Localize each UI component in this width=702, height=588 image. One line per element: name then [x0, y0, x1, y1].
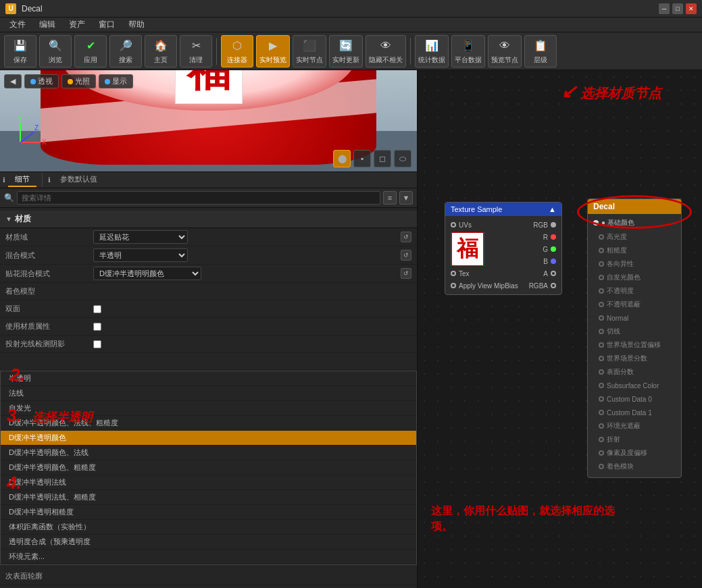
viewport[interactable]: 福 ◀ 透视 光照 — [0, 70, 417, 172]
bottom-panel: ℹ 细节 ℹ 参数默认值 🔍 ≡ ▼ — [0, 172, 417, 588]
subsurface-color-label: Subsurface Color — [607, 382, 659, 390]
cylinder-view-button[interactable]: ⬭ — [394, 150, 411, 167]
realtime-node-button[interactable]: ⬛ 实时节点 — [293, 35, 326, 68]
a-label: A — [543, 270, 548, 277]
stats-button[interactable]: 📊 统计数据 — [415, 35, 449, 68]
detail-tab[interactable]: 细节 — [8, 173, 36, 187]
perspective-button[interactable]: 透视 — [24, 74, 59, 88]
dropdown-item-dbuffer-color-normal[interactable]: D缓冲半透明颜色、法线 — [1, 446, 416, 460]
subsurface-row: 次表面轮廓 — [0, 568, 417, 585]
pixel-offset-dot — [599, 450, 604, 456]
material-domain-reset[interactable]: ↺ — [401, 232, 411, 242]
realtime-preview-button[interactable]: ▶ 实时预览 — [256, 35, 290, 68]
dropdown-item-dbuffer-rough[interactable]: D缓冲半透明相糙度 — [1, 505, 416, 520]
blend-mode-select[interactable]: 半透明 — [93, 248, 188, 262]
platform-icon: 📱 — [460, 38, 476, 54]
right-panel[interactable]: ↙ 选择材质节点 Texture Sample ▲ UVs — [418, 70, 702, 588]
normal-label: Normal — [607, 315, 628, 322]
material-domain-select[interactable]: 延迟贴花 — [93, 230, 188, 244]
use-material-attrs-checkbox[interactable] — [93, 323, 101, 331]
surface-frac-dot — [599, 369, 604, 375]
realtime-update-button[interactable]: 🔄 实时更新 — [329, 35, 363, 68]
search-input[interactable] — [17, 191, 380, 205]
apply-button[interactable]: ✔ 应用 — [74, 35, 107, 68]
subsurface-color-dot — [599, 383, 604, 388]
texture-node-body: UVs 福 Tex — [445, 216, 561, 294]
emissive-label: 自发光颜色 — [607, 273, 641, 282]
custom-data0-pin: Custom Data 0 — [593, 392, 676, 406]
save-icon: 💾 — [12, 38, 28, 54]
home-label: 主页 — [154, 55, 168, 65]
material-domain-label: 材质域 — [5, 232, 93, 242]
texture-sample-node[interactable]: Texture Sample ▲ UVs — [445, 202, 562, 295]
menu-edit[interactable]: 编辑 — [32, 18, 62, 32]
rgb-pin: RGB — [524, 219, 561, 231]
opacity-pin: 不透明度 — [593, 284, 676, 298]
texture-right-pins: RGB R G B — [524, 219, 561, 292]
plane-view-button[interactable]: ◻ — [374, 150, 391, 167]
select-material-node-annotation: ↙ 选择材质节点 — [561, 80, 661, 103]
window-controls: ─ □ ✕ — [659, 3, 697, 14]
dropdown-item-ambient[interactable]: 环境元素... — [1, 550, 416, 564]
home-button[interactable]: 🏠 主页 — [145, 35, 177, 68]
shading-module-dot — [599, 464, 604, 469]
scene-background: 福 ◀ 透视 光照 — [0, 70, 417, 171]
cast-ray-shadow-label: 投射光线检测阴影 — [5, 339, 93, 349]
show-button[interactable]: 显示 — [99, 74, 133, 88]
anisotropy-label: 各向异性 — [607, 259, 634, 269]
dropdown-item-alpha-composite[interactable]: 透明度合成（预乘透明度 — [1, 535, 416, 550]
connector-button[interactable]: ⬡ 连接器 — [221, 35, 253, 68]
save-button[interactable]: 💾 保存 — [4, 35, 36, 68]
back-button[interactable]: ◀ — [4, 74, 22, 88]
search-label: 搜索 — [119, 55, 132, 65]
level-label: 层级 — [534, 55, 547, 65]
menu-window[interactable]: 窗口 — [92, 18, 122, 32]
maximize-button[interactable]: □ — [672, 3, 683, 14]
list-view-button[interactable]: ≡ — [383, 191, 397, 205]
menu-assets[interactable]: 资产 — [62, 18, 92, 32]
platform-button[interactable]: 📱 平台数据 — [451, 35, 485, 68]
material-section-header[interactable]: ▼ 材质 — [0, 211, 417, 228]
decal-blend-mode-reset[interactable]: ↺ — [401, 268, 411, 279]
world-offset-label: 世界场景位置偏移 — [607, 340, 661, 350]
custom-data0-label: Custom Data 0 — [607, 396, 652, 403]
custom-data1-dot — [599, 410, 604, 415]
use-material-attrs-row: 使用材质属性 — [0, 318, 417, 336]
clean-button[interactable]: ✂ 清理 — [180, 35, 212, 68]
dropdown-item-volume[interactable]: 体积距离函数（实验性） — [1, 520, 416, 535]
menu-file[interactable]: 文件 — [3, 18, 32, 32]
lighting-button[interactable]: 光照 — [61, 74, 96, 88]
cube-view-button[interactable]: ▪ — [353, 150, 371, 167]
filter-button[interactable]: ▼ — [399, 191, 413, 205]
cast-ray-shadow-checkbox[interactable] — [93, 340, 101, 348]
hide-unrelated-button[interactable]: 👁 隐藏不相关 — [366, 35, 406, 68]
dropdown-item-dbuffer-normal[interactable]: D缓冲半透明法线 — [1, 475, 416, 490]
sphere-view-button[interactable]: ⬤ — [333, 150, 351, 167]
level-button[interactable]: 📋 层级 — [524, 35, 557, 68]
decal-blend-mode-select[interactable]: D缓冲半透明明颜色 — [93, 267, 201, 280]
blend-mode-reset[interactable]: ↺ — [401, 250, 411, 261]
dropdown-item-dbuffer-normal-rough[interactable]: D缓冲半透明法线、相糙度 — [1, 490, 416, 505]
refraction-pin: 折射 — [593, 433, 676, 446]
roughness-label: 粗糙度 — [607, 246, 627, 255]
dropdown-item-dbuffer-color[interactable]: D缓冲半透明颜色 — [1, 431, 416, 446]
dropdown-item-dbuffer-color-rough[interactable]: D缓冲半透明颜色、粗糙度 — [1, 460, 416, 475]
params-tab[interactable]: 参数默认值 — [53, 173, 104, 187]
dropdown-item-emissive[interactable]: 自发光 — [1, 401, 416, 416]
browse-button[interactable]: 🔍 浏览 — [39, 35, 72, 68]
preview-node-button[interactable]: 👁 预览节点 — [488, 35, 522, 68]
dropdown-item-dbuffer-all[interactable]: D缓冲半透明颜色、法线、粗糙度 — [1, 416, 416, 431]
menu-help[interactable]: 帮助 — [122, 18, 151, 32]
surface-frac-label: 表面分数 — [607, 367, 634, 377]
viewport-controls: ⬤ ▪ ◻ ⬭ — [333, 150, 411, 167]
decal-node[interactable]: Decal ● 基础颜色 高光度 粗糙度 各向异性 自发光颜色 不透明度 不透明… — [587, 198, 682, 478]
search-button[interactable]: 🔎 搜索 — [109, 35, 142, 68]
minimize-button[interactable]: ─ — [659, 3, 670, 14]
two-sided-checkbox[interactable] — [93, 305, 101, 313]
browse-icon: 🔍 — [47, 38, 64, 54]
dropdown-item-translucent[interactable]: 半透明 — [1, 371, 416, 386]
close-button[interactable]: ✕ — [686, 3, 697, 14]
dropdown-item-normal[interactable]: 法线 — [1, 386, 416, 401]
texture-node-expand[interactable]: ▲ — [549, 205, 556, 213]
preview-node-label: 预览节点 — [491, 55, 518, 65]
